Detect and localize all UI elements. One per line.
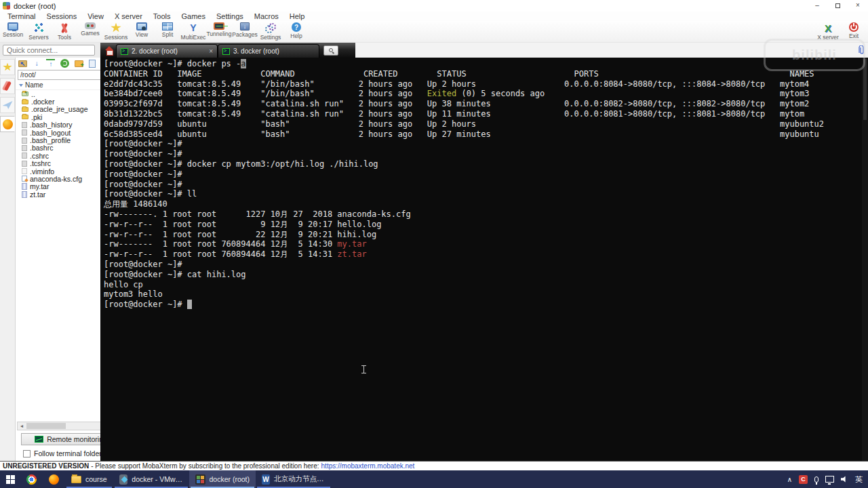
tree-item-label: .cshrc <box>30 152 49 160</box>
terminal-line: [root@docker ~]# <box>104 139 868 149</box>
volume-icon[interactable] <box>841 476 848 483</box>
toolbar-split-button[interactable]: Split <box>155 21 180 41</box>
restore-icon[interactable] <box>827 0 848 12</box>
taskbar-item-label: docker (root) <box>210 475 250 483</box>
taskbar-item-mobaxterm[interactable]: docker (root) <box>189 470 256 488</box>
toolbar-view-button[interactable]: View <box>129 21 155 41</box>
follow-terminal-folder-label: Follow terminal folder <box>34 449 102 458</box>
toolbar-games-button[interactable]: Games <box>77 21 103 41</box>
taskbar-item-chrome[interactable] <box>20 470 43 488</box>
taskbar-items: coursedocker - VMware...docker (root)W北京… <box>20 470 332 488</box>
split-icon <box>162 22 173 30</box>
terminal-line: e2dd7dc43c35 tomcat:8.5.49 "/bin/bash" 2… <box>104 79 868 89</box>
go-up-folder-icon[interactable]: ↖ <box>18 60 27 67</box>
c-app-icon[interactable]: C <box>799 475 808 484</box>
toolbar-multiexec-button[interactable]: MultiExec <box>180 21 206 41</box>
toolbar-sessions-button[interactable]: Sessions <box>103 21 129 41</box>
terminal-line: 8b31d1322bc5 tomcat:8.5.49 "catalina.sh … <box>104 109 868 119</box>
mobatek-link[interactable]: https://mobaxterm.mobatek.net <box>321 462 415 470</box>
path-input[interactable] <box>18 70 113 80</box>
tab-close-icon[interactable]: × <box>206 47 213 55</box>
toolbar-x-server-button[interactable]: X server <box>815 21 841 41</box>
scroll-thumb[interactable] <box>26 423 66 429</box>
quick-connect-input[interactable] <box>3 45 95 56</box>
menu-terminal[interactable]: Terminal <box>2 12 41 20</box>
toolbar-session-button[interactable]: Session <box>0 21 26 41</box>
menu-x-server[interactable]: X server <box>109 12 148 20</box>
menu-sessions[interactable]: Sessions <box>41 12 83 20</box>
follow-terminal-folder-checkbox[interactable] <box>23 450 31 458</box>
taskbar-item-explorer-course[interactable]: course <box>65 470 113 488</box>
toolbar-exit-button[interactable]: Exit <box>841 21 867 41</box>
terminal-line: [root@docker ~]# <box>104 149 868 159</box>
start-button[interactable] <box>0 470 20 488</box>
sidebar-tab-tools[interactable] <box>0 78 15 94</box>
toolbar-tools-button[interactable]: Tools <box>52 21 77 41</box>
terminal-tab-2-docker-root-[interactable]: 2. docker (root)× <box>116 44 218 58</box>
toolbar-packages-button[interactable]: Packages <box>232 21 258 41</box>
terminal-line: [root@docker ~]# <box>104 260 868 270</box>
download-icon[interactable]: ↓ <box>33 59 41 68</box>
terminal-line: 03993c2f697d tomcat:8.5.49 "catalina.sh … <box>104 99 868 109</box>
app-icon <box>3 2 10 9</box>
main-toolbar: bilibili SessionServersToolsGamesSession… <box>0 21 868 43</box>
tab-search-button[interactable] <box>323 45 338 56</box>
tree-item-label: zt.tar <box>30 190 45 199</box>
settings-icon <box>264 22 277 33</box>
tab-strip: 2. docker (root)×3. docker (root) <box>100 43 355 58</box>
servers-icon <box>33 22 45 33</box>
menu-macros[interactable]: Macros <box>249 12 284 20</box>
new-file-icon[interactable] <box>89 60 96 68</box>
menu-settings[interactable]: Settings <box>211 12 249 20</box>
upload-icon[interactable]: ↑ <box>46 59 55 68</box>
menu-games[interactable]: Games <box>176 12 211 20</box>
taskbar-item-vmware[interactable]: docker - VMware... <box>113 470 189 488</box>
sidebar-strip <box>0 58 16 461</box>
menu-help[interactable]: Help <box>284 12 311 20</box>
sidebar-tab-sftp[interactable] <box>0 116 15 132</box>
terminal-line: -rw-------. 1 root root 1227 10月 27 2018… <box>104 209 868 220</box>
refresh-icon[interactable] <box>60 59 69 68</box>
scroll-left-icon[interactable]: ◂ <box>18 423 26 429</box>
folder-icon <box>22 115 28 119</box>
paperclip-icon[interactable] <box>858 45 866 55</box>
minimize-icon[interactable]: – <box>807 0 827 12</box>
tree-item-label: .bash_history <box>30 121 72 129</box>
chevron-up-icon[interactable]: ∧ <box>787 476 792 483</box>
taskbar-item-firefox[interactable] <box>43 470 65 488</box>
file-tar-icon <box>22 191 27 198</box>
new-folder-icon[interactable] <box>75 60 83 67</box>
terminal-line: -rw-r--r-- 1 root root 22 12月 9 20:21 hi… <box>104 230 868 240</box>
home-icon[interactable] <box>104 46 114 55</box>
remote-monitoring-label: Remote monitoring <box>47 435 107 443</box>
toolbar-tunneling-button[interactable]: Tunneling <box>206 21 232 41</box>
mobaxterm-window: docker (root) – × TerminalSessionsViewX … <box>0 0 868 488</box>
menu-tools[interactable]: Tools <box>148 12 176 20</box>
sidebar-tab-sessions[interactable] <box>0 59 15 75</box>
explorer-course-icon <box>71 476 81 483</box>
file-icon <box>22 129 27 136</box>
tree-item-label: .bashrc <box>30 144 53 152</box>
restore-glyph <box>835 3 840 8</box>
packages-icon <box>240 22 250 30</box>
close-icon[interactable]: × <box>848 0 868 12</box>
taskbar-item-word[interactable]: W北京动力节点课程-... <box>256 470 332 488</box>
terminal-line: [root@docker ~]# ll <box>104 189 868 199</box>
toolbar-help-button[interactable]: Help <box>283 21 309 41</box>
taskbar: coursedocker - VMware...docker (root)W北京… <box>0 470 868 488</box>
search-icon <box>329 48 333 52</box>
tunneling-icon <box>214 22 224 30</box>
terminal-line: 6c58d385ced4 ubuntu "bash" 2 hours ago U… <box>104 129 868 140</box>
toolbar-settings-button[interactable]: Settings <box>258 21 283 41</box>
terminal-scrollbar[interactable] <box>862 58 868 461</box>
terminal-line: [root@docker ~]# docker ps -a <box>104 59 868 69</box>
toolbar-servers-button[interactable]: Servers <box>26 21 52 41</box>
tree-item-label: anaconda-ks.cfg <box>30 175 82 183</box>
terminal-tab-3-docker-root-[interactable]: 3. docker (root) <box>218 44 319 58</box>
microphone-icon[interactable] <box>814 476 818 483</box>
ime-indicator[interactable]: 英 <box>855 474 863 485</box>
sidebar-tab-macros[interactable] <box>0 97 15 113</box>
terminal[interactable]: [root@docker ~]# docker ps -aCONTAINER I… <box>100 58 868 461</box>
menu-view[interactable]: View <box>82 12 109 20</box>
display-icon[interactable] <box>825 476 834 483</box>
